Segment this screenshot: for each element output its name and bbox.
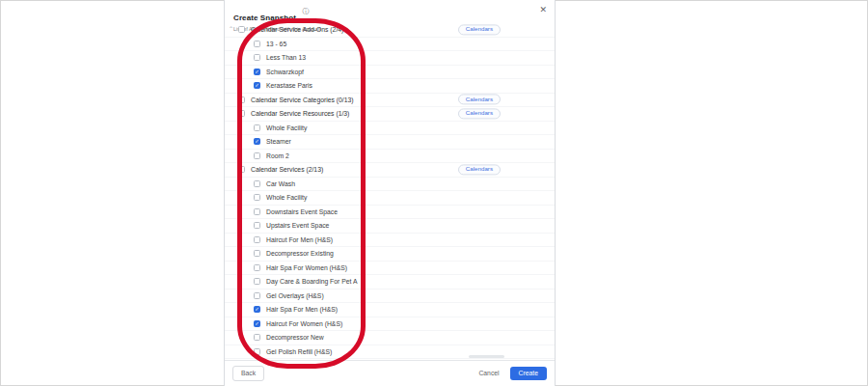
checkbox-unchecked[interactable] [254,222,260,229]
modal-footer: Back Cancel Create [225,360,555,386]
item-label: Less Than 13 [266,54,306,61]
checkbox-checked[interactable]: ✓ [254,138,260,145]
calendars-badge[interactable]: Calendars [458,164,501,175]
item-label: Hair Spa For Men (H&S) [266,306,338,313]
cancel-button[interactable]: Cancel [473,367,504,381]
checkbox-unchecked[interactable] [254,194,260,201]
item-label: Hair Spa For Women (H&S) [266,264,347,271]
checkbox-unchecked[interactable] [254,264,260,271]
item-label: Gel Overlays (H&S) [266,292,324,299]
section-row: ⌃Calendar Service Add-Ons (2/4)Calendars [225,23,555,38]
checkbox-unchecked[interactable] [254,208,260,215]
checkbox-unchecked[interactable] [254,180,260,187]
item-label: Haircut For Women (H&S) [266,320,342,327]
checkbox-unchecked[interactable] [238,96,245,103]
checkbox-checked[interactable]: ✓ [254,69,260,75]
list-item-row: Gel Overlays (H&S) [225,290,555,304]
list-item-row: Room 2 [225,150,555,164]
checkbox-unchecked[interactable] [254,334,260,341]
list-item-row: Car Wash [225,178,555,192]
footer-actions: Cancel Create [473,367,547,381]
list-item-row: Decompressor Existing [225,247,555,262]
modal-title: Create Snapshot [233,14,296,22]
list-item-row: Decompressor New [225,331,555,345]
checkbox-unchecked[interactable] [254,54,260,61]
checkbox-unchecked[interactable] [254,278,260,285]
list-item-row: ✓Haircut For Women (H&S) [225,317,555,332]
list-item-row: ✓Steamer [225,135,555,150]
section-row: Calendar Service Categories (0/13)Calend… [225,94,555,108]
back-button[interactable]: Back [232,366,264,382]
item-label: Upstairs Event Space [266,222,329,229]
item-label: Steamer [266,138,291,145]
list-item-row: Whole Facility [225,122,555,136]
list-item-row: 13 - 65 [225,38,555,52]
item-label: Day Care & Boarding For Pet A [266,278,357,285]
section-label: Calendar Service Categories (0/13) [251,96,354,103]
checkbox-checked[interactable]: ✓ [254,306,260,313]
list-item-row: Haircut For Men (H&S) [225,234,555,248]
list-item-row: Gel Polish Refill (H&S) [225,345,555,360]
list-item-row: Downstairs Event Space [225,206,555,220]
item-label: Car Wash [266,180,295,187]
checkbox-unchecked[interactable] [238,166,245,173]
list-item-row: ✓Hair Spa For Men (H&S) [225,303,555,317]
list-item-row: Upstairs Event Space [225,219,555,234]
item-label: Decompressor New [266,334,324,341]
checkbox-unchecked[interactable] [254,152,260,159]
info-icon[interactable]: ⓘ [303,8,310,14]
checkbox-checked[interactable]: ✓ [254,320,260,327]
checkbox-unchecked[interactable] [254,41,260,47]
list-item-row: Whole Facility [225,191,555,206]
checkbox-unchecked[interactable] [238,26,245,33]
caret-icon[interactable]: ⌃ [229,25,233,32]
section-row: Calendar Service Resources (1/3)Calendar… [225,107,555,122]
checkbox-unchecked[interactable] [238,110,245,117]
list-item-row: Hair Spa For Women (H&S) [225,262,555,276]
section-label: Calendar Service Resources (1/3) [251,110,349,117]
item-label: Whole Facility [266,124,307,131]
section-label: Calendar Services (2/13) [251,166,323,173]
item-label: Schwarzkopf [266,69,304,75]
section-label: Calendar Service Add-Ons (2/4) [251,26,343,33]
title-row: Create Snapshot ⓘ [233,7,545,24]
page: Create Snapshot ⓘ List of Assets linked … [0,0,868,386]
item-label: 13 - 65 [266,41,286,47]
list-item-row: ✓Schwarzkopf [225,66,555,80]
item-label: Haircut For Men (H&S) [266,236,333,243]
item-label: Downstairs Event Space [266,208,338,215]
list-item-row: ✓Kerastase Paris [225,79,555,94]
scrollbar-thumb[interactable] [469,355,504,358]
item-label: Gel Polish Refill (H&S) [266,348,332,355]
checkbox-unchecked[interactable] [254,236,260,243]
calendars-badge[interactable]: Calendars [458,24,501,35]
list-item-row: Less Than 13 [225,51,555,66]
item-label: Kerastase Paris [266,82,312,89]
list-item-row: Day Care & Boarding For Pet A [225,275,555,290]
checkbox-unchecked[interactable] [254,250,260,257]
checkbox-checked[interactable]: ✓ [254,82,260,89]
create-button[interactable]: Create [510,367,547,381]
calendars-badge[interactable]: Calendars [458,108,501,119]
checkbox-unchecked[interactable] [254,348,260,355]
checkbox-unchecked[interactable] [254,124,260,131]
close-icon[interactable]: ✕ [539,6,547,14]
item-label: Decompressor Existing [266,250,334,257]
checkbox-unchecked[interactable] [254,292,260,299]
section-row: Calendar Services (2/13)Calendars [225,163,555,178]
item-label: Room 2 [266,152,289,159]
item-label: Whole Facility [266,194,307,201]
asset-checkbox-list: ⌃Calendar Service Add-Ons (2/4)Calendars… [225,23,555,359]
create-snapshot-modal: Create Snapshot ⓘ List of Assets linked … [224,0,556,386]
calendars-badge[interactable]: Calendars [458,95,501,105]
